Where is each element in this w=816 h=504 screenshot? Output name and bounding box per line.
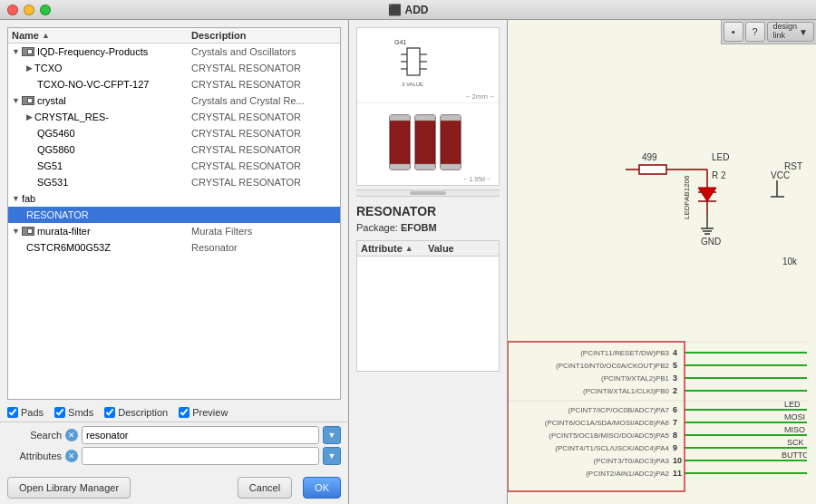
- tree-row[interactable]: SG51 CRYSTAL RESONATOR: [8, 158, 340, 174]
- svg-text:10k: 10k: [782, 257, 798, 267]
- cancel-button[interactable]: Cancel: [238, 477, 292, 499]
- tree-row-selected[interactable]: RESONATOR: [8, 207, 340, 223]
- tree-row[interactable]: ▼ IQD-Frequency-Products Crystals and Os…: [8, 44, 340, 60]
- main-schematic-svg: 499 LED R 2 LEDFAB1206 GND VCC: [508, 20, 807, 504]
- svg-rect-17: [441, 164, 461, 170]
- svg-text:(PCINT5/OC1B/MISO/DO/ADC5)PA5: (PCINT5/OC1B/MISO/DO/ADC5)PA5: [549, 431, 669, 440]
- svg-text:3 VALUE: 3 VALUE: [402, 82, 423, 87]
- attributes-label: Attributes: [7, 451, 62, 461]
- pads-checkbox-label[interactable]: Pads: [7, 407, 44, 418]
- svg-marker-27: [698, 188, 716, 201]
- title-bar: ⬛ ADD: [0, 0, 816, 20]
- tree-row[interactable]: ▶ TCXO CRYSTAL RESONATOR: [8, 60, 340, 76]
- svg-text:MOSI: MOSI: [784, 412, 805, 422]
- dialog-bottom-buttons: Open Library Manager Cancel OK: [0, 471, 348, 504]
- preview-spacer: [349, 375, 507, 505]
- schematic-preview: G41 3 VALUE ←2mm→: [357, 28, 499, 103]
- svg-text:R 2: R 2: [712, 170, 726, 180]
- tree-row[interactable]: ▼ murata-filter Murata Filters: [8, 223, 340, 239]
- scroll-divider: [356, 189, 500, 197]
- search-dropdown-button[interactable]: ▼: [323, 426, 341, 444]
- attr-table-header: Attribute ▲ Value: [357, 241, 499, 257]
- expand-icon: ▶: [26, 63, 33, 73]
- attributes-input[interactable]: [82, 447, 319, 465]
- tree-row[interactable]: CSTCR6M00G53Z Resonator: [8, 239, 340, 256]
- svg-text:(PCINT8/XTAL1/CLKI)PB0: (PCINT8/XTAL1/CLKI)PB0: [583, 387, 670, 395]
- description-checkbox[interactable]: [104, 407, 115, 418]
- attributes-clear-button[interactable]: ✕: [65, 450, 78, 462]
- svg-text:(PCINT9/XTAL2)PB1: (PCINT9/XTAL2)PB1: [601, 374, 670, 383]
- window-icon: ⬛: [388, 4, 402, 16]
- svg-text:(PCINT11/RESET/DW)PB3: (PCINT11/RESET/DW)PB3: [580, 349, 669, 357]
- dimension-label: ←2mm→: [464, 92, 495, 101]
- tree-row[interactable]: QG5860 CRYSTAL RESONATOR: [8, 141, 340, 158]
- tree-row[interactable]: ▼ fab: [8, 190, 340, 207]
- search-clear-button[interactable]: ✕: [65, 429, 78, 441]
- svg-rect-14: [415, 164, 435, 170]
- scroll-thumb: [410, 191, 446, 195]
- svg-text:VCC: VCC: [771, 170, 790, 180]
- smds-checkbox[interactable]: [54, 407, 65, 418]
- svg-text:(PCINT7/ICP/OC0B/ADC7)PA7: (PCINT7/ICP/OC0B/ADC7)PA7: [568, 406, 670, 414]
- svg-text:(PCINT3/T0/ADC3)PA3: (PCINT3/T0/ADC3)PA3: [594, 457, 670, 465]
- window-controls: [7, 5, 51, 15]
- component-info: RESONATOR Package: EFOBM: [349, 200, 507, 237]
- svg-text:(PCINT4/T1/SCL/USCK/ADC4)PA4: (PCINT4/T1/SCL/USCK/ADC4)PA4: [555, 444, 669, 452]
- checkboxes-row: Pads Smds Description Preview: [0, 403, 348, 422]
- ok-button[interactable]: OK: [303, 477, 341, 499]
- expand-icon: ▼: [12, 227, 20, 236]
- description-checkbox-label[interactable]: Description: [104, 407, 168, 418]
- svg-rect-20: [639, 165, 666, 174]
- pads-checkbox[interactable]: [7, 407, 18, 418]
- svg-rect-1: [407, 48, 420, 75]
- library-tree[interactable]: Name ▲ Description ▼ IQD-Frequency-Produ…: [7, 27, 341, 400]
- tree-col-name: Name ▲: [12, 30, 191, 41]
- open-library-manager-button[interactable]: Open Library Manager: [7, 477, 131, 499]
- preview-checkbox[interactable]: [179, 407, 189, 418]
- tree-row[interactable]: ▼ crystal Crystals and Crystal Re...: [8, 92, 340, 109]
- svg-text:BUTTON: BUTTON: [782, 451, 807, 460]
- svg-text:GND: GND: [701, 237, 721, 247]
- attribute-table: Attribute ▲ Value: [356, 240, 500, 372]
- svg-text:10: 10: [673, 456, 682, 465]
- tree-header: Name ▲ Description: [8, 28, 340, 44]
- expand-icon: ▼: [12, 47, 20, 56]
- svg-rect-12: [415, 115, 435, 170]
- minimize-button[interactable]: [24, 5, 34, 15]
- tree-row[interactable]: ▶ CRYSTAL_RES- CRYSTAL RESONATOR: [8, 109, 340, 125]
- svg-text:9: 9: [673, 443, 677, 452]
- attributes-dropdown-button[interactable]: ▼: [323, 447, 341, 465]
- tree-row[interactable]: TCXO-NO-VC-CFPT-127 CRYSTAL RESONATOR: [8, 76, 340, 92]
- filter-area: Search ✕ ▼ Attributes ✕ ▼: [0, 422, 348, 471]
- 3d-preview: ←1.95d→: [357, 103, 499, 185]
- tree-col-desc: Description: [191, 30, 336, 41]
- attr-sort-arrow: ▲: [405, 244, 413, 253]
- tree-row[interactable]: QG5460 CRYSTAL RESONATOR: [8, 125, 340, 141]
- tree-row[interactable]: SG531 CRYSTAL RESONATOR: [8, 174, 340, 190]
- svg-text:8: 8: [673, 431, 677, 440]
- close-button[interactable]: [7, 5, 18, 15]
- schematic-panel: • ? designlink ▼ 499 LED R 2 LEDFAB1206: [508, 20, 816, 504]
- library-icon: [22, 96, 34, 105]
- svg-rect-11: [390, 164, 410, 170]
- schematic-svg: G41 3 VALUE: [387, 32, 469, 100]
- dialog-panel: Name ▲ Description ▼ IQD-Frequency-Produ…: [0, 20, 349, 504]
- maximize-button[interactable]: [40, 5, 51, 15]
- package-info: Package: EFOBM: [356, 222, 500, 233]
- svg-text:(PCINT10/NT0/OC0A/CKOUT)PB2: (PCINT10/NT0/OC0A/CKOUT)PB2: [556, 362, 669, 370]
- svg-rect-13: [415, 115, 435, 121]
- svg-text:3: 3: [673, 373, 677, 383]
- expand-icon: ▶: [26, 112, 33, 121]
- svg-rect-9: [390, 115, 410, 170]
- search-input[interactable]: [82, 426, 319, 444]
- svg-text:5: 5: [673, 361, 677, 370]
- preview-checkbox-label[interactable]: Preview: [179, 407, 228, 418]
- svg-text:11: 11: [673, 469, 682, 478]
- smds-checkbox-label[interactable]: Smds: [54, 407, 93, 418]
- svg-text:MISO: MISO: [784, 425, 805, 434]
- expand-icon: ▼: [12, 96, 20, 105]
- expand-icon: ▼: [12, 194, 20, 203]
- preview-image-area: G41 3 VALUE ←2mm→: [356, 27, 500, 186]
- component-name: RESONATOR: [356, 204, 500, 218]
- dimension-label2: ←1.95d→: [462, 176, 491, 182]
